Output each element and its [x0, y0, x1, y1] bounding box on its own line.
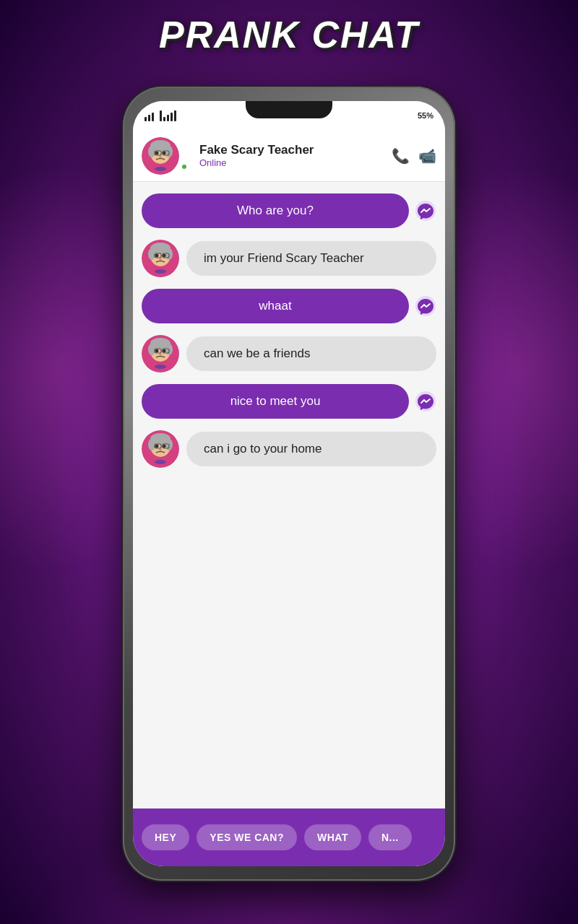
messenger-icon-5 — [415, 391, 436, 412]
message-text-1: Who are you? — [237, 204, 314, 217]
teacher-avatar-small-6 — [142, 430, 179, 468]
message-1: Who are you? — [142, 193, 436, 228]
phone-screen: 55% — [133, 101, 445, 866]
teacher-bubble-2: im your Friend Scary Teacher — [186, 241, 436, 276]
teacher-avatar-4 — [142, 335, 179, 372]
header-actions[interactable]: 📞 📹 — [392, 147, 436, 165]
contact-name: Fake Scary Teacher — [199, 143, 384, 157]
svg-point-29 — [148, 344, 155, 355]
page-title: PRANK CHAT — [0, 13, 578, 56]
battery-percent: 55% — [418, 111, 434, 120]
quick-reply-what[interactable]: WHAT — [304, 824, 361, 850]
quick-reply-n[interactable]: N... — [368, 824, 412, 850]
teacher-bubble-4: can we be a friends — [186, 336, 436, 371]
svg-point-20 — [159, 258, 162, 261]
teacher-avatar-small-4 — [142, 335, 179, 372]
message-text-2: im your Friend Scary Teacher — [204, 251, 364, 265]
quick-reply-yes[interactable]: YES WE CAN? — [197, 824, 297, 850]
svg-point-46 — [159, 449, 162, 451]
chat-messages-area: Who are you? — [133, 182, 445, 808]
contact-info: Fake Scary Teacher Online — [199, 143, 384, 168]
user-bubble-5: nice to meet you — [142, 384, 409, 419]
svg-point-5 — [155, 151, 159, 154]
svg-point-7 — [159, 155, 162, 157]
contact-status: Online — [199, 157, 384, 168]
messenger-icon-3 — [415, 295, 436, 317]
chat-header: Fake Scary Teacher Online 📞 📹 — [133, 130, 445, 182]
message-text-4: can we be a friends — [204, 346, 310, 360]
svg-point-11 — [155, 167, 166, 171]
svg-point-31 — [155, 349, 159, 353]
user-bubble-3: whaat — [142, 289, 409, 323]
svg-point-24 — [155, 269, 166, 274]
svg-point-50 — [155, 460, 166, 464]
user-bubble-1: Who are you? — [142, 193, 409, 228]
message-4: can we be a friends — [142, 335, 436, 372]
svg-point-42 — [148, 439, 155, 450]
message-3: whaat — [142, 289, 436, 323]
svg-point-16 — [148, 248, 155, 260]
teacher-avatar-2 — [142, 240, 179, 277]
teacher-bubble-6: can i go to your home — [186, 432, 436, 466]
message-6: can i go to your home — [142, 430, 436, 468]
contact-avatar-header — [142, 137, 179, 175]
online-indicator — [181, 163, 188, 170]
svg-point-44 — [155, 445, 159, 448]
teacher-avatar-6 — [142, 430, 179, 468]
svg-point-37 — [155, 365, 166, 369]
message-text-3: whaat — [259, 299, 291, 313]
message-5: nice to meet you — [142, 384, 436, 419]
teacher-avatar-svg — [142, 137, 179, 175]
phone-frame: 55% — [123, 87, 455, 881]
video-icon[interactable]: 📹 — [418, 147, 436, 165]
battery-indicator: 55% — [418, 111, 434, 120]
phone-icon[interactable]: 📞 — [392, 147, 410, 165]
teacher-avatar-small-2 — [142, 240, 179, 277]
signal-indicator — [144, 110, 176, 121]
quick-reply-hey[interactable]: HEY — [142, 824, 189, 850]
svg-point-33 — [159, 354, 162, 356]
message-2: im your Friend Scary Teacher — [142, 240, 436, 277]
messenger-icon-1 — [415, 200, 436, 222]
phone-notch — [246, 101, 332, 118]
message-text-5: nice to meet you — [230, 394, 321, 408]
message-text-6: can i go to your home — [204, 442, 322, 456]
svg-point-18 — [155, 254, 159, 258]
quick-reply-bar: HEY YES WE CAN? WHAT N... — [133, 808, 445, 866]
svg-point-3 — [148, 146, 155, 157]
